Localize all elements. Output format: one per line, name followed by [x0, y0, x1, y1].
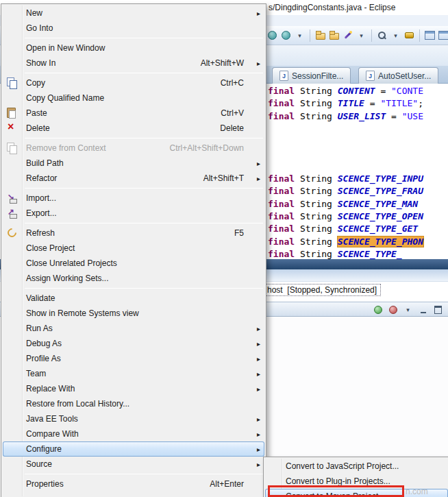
toolbar-separator: [310, 29, 310, 42]
code-punct: ;: [418, 98, 423, 108]
menu-item-restore-from-local-history[interactable]: Restore from Local History...: [3, 396, 264, 411]
menu-item-remove-from-context: Remove from ContextCtrl+Alt+Shift+Down: [3, 141, 264, 156]
menu-item-validate[interactable]: Validate: [3, 291, 264, 306]
menu-item-close-project[interactable]: Close Project: [3, 241, 264, 256]
folder-icon[interactable]: [328, 29, 340, 41]
code-type: String: [295, 237, 338, 247]
code-line: final String SCENCE_TYPE_GET: [268, 223, 423, 235]
menu-icon-slot: [4, 7, 21, 19]
menu-item-show-in[interactable]: Show InAlt+Shift+W▸: [3, 56, 264, 71]
maximize-icon[interactable]: [432, 304, 444, 315]
code-keyword: final: [268, 237, 295, 247]
new-dropdown-icon[interactable]: [294, 29, 306, 41]
code-line: [268, 135, 423, 147]
delete-icon: [4, 122, 21, 134]
table-icon[interactable]: [424, 29, 436, 41]
code-type: String: [295, 211, 338, 221]
editor-tab-sessionfilter[interactable]: SessionFilte...: [272, 67, 351, 84]
code-line: final String TITLE = "TITLE";: [268, 97, 423, 110]
submenu-arrow-icon: ▸: [252, 160, 262, 167]
task-icon[interactable]: [266, 29, 278, 41]
menu-item-label: Paste: [26, 108, 47, 118]
menu-item-label: Close Unrelated Projects: [26, 258, 117, 268]
menu-item-refactor[interactable]: RefactorAlt+Shift+T▸: [3, 171, 264, 186]
menu-item-label: Copy: [26, 78, 45, 88]
wand-dropdown-icon[interactable]: [356, 29, 367, 41]
code-keyword: final: [268, 223, 295, 234]
menu-item-refresh[interactable]: RefreshF5: [3, 226, 264, 241]
submenu-arrow-icon: ▸: [252, 385, 262, 393]
task-list-icon[interactable]: [280, 29, 292, 41]
menu-item-export[interactable]: Export...: [3, 206, 264, 221]
menu-icon-slot: [266, 460, 280, 472]
menu-item-java-ee-tools[interactable]: Java EE Tools▸: [3, 411, 264, 426]
view-menu-icon[interactable]: [402, 304, 414, 315]
submenu-arrow-icon: ▸: [252, 60, 262, 67]
code-line: final String SCENCE_TYPE_MAN: [268, 198, 423, 210]
menu-item-delete[interactable]: DeleteDelete: [3, 121, 264, 136]
menu-item-import[interactable]: Import...: [3, 191, 264, 206]
menu-item-debug-as[interactable]: Debug As▸: [3, 336, 264, 351]
menu-icon-slot: [4, 398, 21, 410]
menu-icon-slot: [4, 92, 21, 104]
menu-item-label: Open in New Window: [26, 43, 105, 53]
server-stop-icon[interactable]: [387, 304, 399, 315]
menu-item-go-into[interactable]: Go Into: [3, 21, 264, 36]
menu-icon-slot: [4, 367, 21, 380]
menu-item-compare-with[interactable]: Compare With▸: [3, 426, 264, 441]
menu-item-open-in-new-window[interactable]: Open in New Window: [3, 40, 264, 56]
menu-item-configure[interactable]: Configure▸: [3, 441, 264, 457]
code-const: SCENCE_TYPE_INPU: [338, 173, 423, 184]
menu-item-build-path[interactable]: Build Path▸: [3, 156, 264, 171]
menu-item-label: Validate: [26, 293, 55, 303]
menu-item-copy[interactable]: CopyCtrl+C: [3, 75, 264, 90]
minimize-icon[interactable]: [417, 304, 429, 315]
code-type: String: [295, 199, 338, 209]
menu-item-team[interactable]: Team▸: [3, 366, 264, 381]
search-icon[interactable]: [376, 29, 388, 41]
editor-tab-label: AutoSetUser...: [378, 71, 431, 81]
wand-icon[interactable]: [342, 29, 353, 41]
menu-item-copy-qualified-name[interactable]: Copy Qualified Name: [3, 90, 264, 106]
open-file-icon[interactable]: [314, 29, 326, 41]
code-line: final String SCENCE_TYPE_PHON: [268, 236, 423, 248]
editor-tab-label: SessionFilte...: [292, 71, 343, 81]
editor-tab-autosetuser[interactable]: AutoSetUser...: [358, 67, 438, 84]
menu-item-label: Copy Qualified Name: [26, 93, 104, 103]
menu-item-label: Close Project: [26, 243, 75, 253]
menu-item-shortcut: Alt+Shift+W: [201, 58, 252, 68]
code-keyword: final: [268, 86, 295, 96]
menu-item-show-in-remote-systems-view[interactable]: Show in Remote Systems view: [3, 306, 264, 321]
code-const: SCENCE_TYPE_MAN: [338, 199, 418, 209]
menu-item-label: Run As: [26, 324, 53, 333]
key-icon[interactable]: [403, 29, 415, 41]
menu-item-replace-with[interactable]: Replace With▸: [3, 381, 264, 396]
menu-item-close-unrelated-projects[interactable]: Close Unrelated Projects: [3, 256, 264, 271]
menu-item-paste[interactable]: PasteCtrl+V: [3, 106, 264, 121]
table-columns-icon[interactable]: [438, 29, 448, 41]
menu-item-run-as[interactable]: Run As▸: [3, 321, 264, 336]
submenu-arrow-icon: ▸: [252, 431, 262, 438]
menu-icon-slot: [4, 322, 21, 335]
menu-item-shortcut: Ctrl+C: [221, 78, 252, 88]
menu-icon-slot: [4, 57, 21, 69]
submenu-item-convert-to-javascript-project[interactable]: Convert to JavaScript Project...: [265, 459, 448, 474]
menu-item-label: Show In: [26, 58, 55, 68]
menu-item-label: Export...: [26, 208, 57, 218]
code-const: TITLE: [338, 98, 364, 108]
menu-item-shortcut: Delete: [220, 123, 252, 133]
menu-item-source[interactable]: Source▸: [3, 457, 264, 472]
menu-item-assign-working-sets[interactable]: Assign Working Sets...: [3, 271, 264, 286]
server-entry[interactable]: host [Stopped, Synchronized]: [263, 284, 381, 296]
server-start-icon[interactable]: [372, 304, 384, 315]
code-const: USER_LIST: [338, 111, 386, 121]
menu-item-properties[interactable]: PropertiesAlt+Enter: [3, 476, 264, 492]
menu-item-new[interactable]: New▸: [3, 5, 264, 21]
search-dropdown-icon[interactable]: [390, 29, 401, 41]
menu-item-profile-as[interactable]: Profile As▸: [3, 351, 264, 366]
context-menu: New▸Go IntoOpen in New WindowShow InAlt+…: [1, 3, 266, 497]
code-keyword: final: [268, 199, 295, 209]
code-keyword: final: [268, 249, 295, 259]
menu-separator: [25, 223, 263, 223]
submenu-arrow-icon: ▸: [252, 370, 262, 378]
